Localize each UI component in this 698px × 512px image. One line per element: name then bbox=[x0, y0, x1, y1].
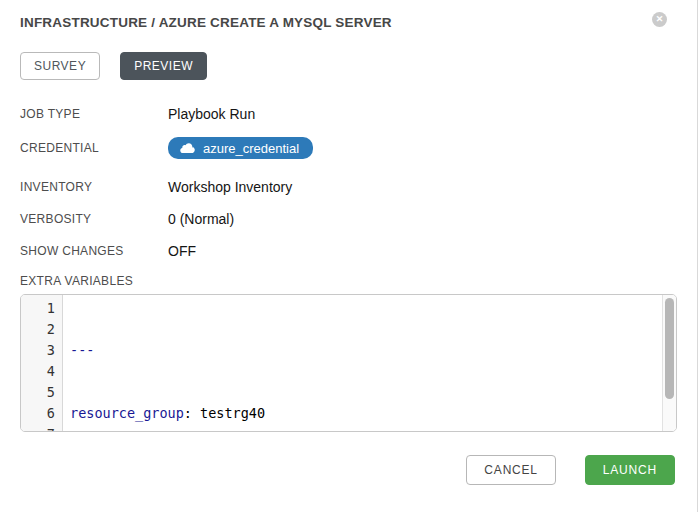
job-type-label: JOB TYPE bbox=[20, 107, 168, 121]
inventory-label: INVENTORY bbox=[20, 180, 168, 194]
line-number: 5 bbox=[21, 382, 55, 403]
editor-scrollbar[interactable] bbox=[662, 295, 676, 431]
verbosity-value: 0 (Normal) bbox=[168, 211, 234, 227]
credential-value: azure_credential bbox=[168, 137, 313, 159]
modal-footer: CANCEL LAUNCH bbox=[466, 455, 675, 485]
extra-variables-label: EXTRA VARIABLES bbox=[20, 274, 677, 288]
launch-job-modal: INFRASTRUCTURE / AZURE CREATE A MYSQL SE… bbox=[0, 0, 698, 512]
line-number: 7 bbox=[21, 424, 55, 432]
close-icon[interactable]: ✕ bbox=[652, 12, 667, 27]
show-changes-label: SHOW CHANGES bbox=[20, 244, 168, 258]
credential-badge[interactable]: azure_credential bbox=[168, 137, 313, 159]
tab-bar: SURVEY PREVIEW bbox=[20, 52, 677, 80]
field-job-type: JOB TYPE Playbook Run bbox=[20, 105, 677, 122]
tab-survey[interactable]: SURVEY bbox=[20, 52, 100, 80]
modal-title: INFRASTRUCTURE / AZURE CREATE A MYSQL SE… bbox=[20, 15, 677, 30]
code-line: --- bbox=[70, 340, 662, 361]
editor-line-numbers: 1 2 3 4 5 6 7 bbox=[21, 295, 63, 431]
verbosity-label: VERBOSITY bbox=[20, 212, 168, 226]
inventory-value: Workshop Inventory bbox=[168, 179, 292, 195]
line-number: 2 bbox=[21, 319, 55, 340]
job-detail-fields: JOB TYPE Playbook Run CREDENTIAL azure_c… bbox=[20, 105, 677, 259]
code-line: resource_group: testrg40 bbox=[70, 403, 662, 424]
show-changes-value: OFF bbox=[168, 243, 196, 259]
modal-header: INFRASTRUCTURE / AZURE CREATE A MYSQL SE… bbox=[0, 0, 697, 30]
cloud-icon bbox=[180, 143, 195, 154]
editor-code-area[interactable]: --- resource_group: testrg40 location: e… bbox=[63, 295, 662, 431]
credential-label: CREDENTIAL bbox=[20, 141, 168, 155]
job-type-value: Playbook Run bbox=[168, 106, 255, 122]
tab-preview[interactable]: PREVIEW bbox=[120, 52, 207, 80]
line-number: 1 bbox=[21, 298, 55, 319]
line-number: 3 bbox=[21, 340, 55, 361]
field-inventory: INVENTORY Workshop Inventory bbox=[20, 178, 677, 195]
credential-badge-label: azure_credential bbox=[203, 141, 299, 156]
field-credential: CREDENTIAL azure_credential bbox=[20, 137, 677, 159]
launch-button[interactable]: LAUNCH bbox=[585, 455, 675, 485]
cancel-button[interactable]: CANCEL bbox=[466, 455, 555, 485]
field-verbosity: VERBOSITY 0 (Normal) bbox=[20, 210, 677, 227]
editor-scrollbar-thumb[interactable] bbox=[665, 298, 674, 399]
line-number: 4 bbox=[21, 361, 55, 382]
extra-variables-editor[interactable]: 1 2 3 4 5 6 7 --- resource_group: testrg… bbox=[20, 294, 677, 432]
line-number: 6 bbox=[21, 403, 55, 424]
field-show-changes: SHOW CHANGES OFF bbox=[20, 242, 677, 259]
